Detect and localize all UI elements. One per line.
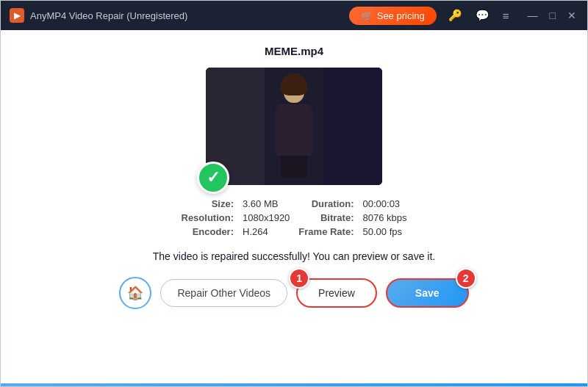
video-info: Size: 3.60 MB Duration: 00:00:03 Resolut… <box>182 198 407 237</box>
key-icon-button[interactable]: 🔑 <box>447 7 464 23</box>
video-bg-right <box>323 68 382 185</box>
app-window: ▶ AnyMP4 Video Repair (Unregistered) 🛒 S… <box>0 0 588 387</box>
see-pricing-label: See pricing <box>377 10 425 21</box>
title-bar-right: 🛒 See pricing 🔑 💬 ≡ — □ ✕ <box>349 7 578 25</box>
framerate-label: Frame Rate: <box>298 226 354 237</box>
title-bar: ▶ AnyMP4 Video Repair (Unregistered) 🛒 S… <box>1 1 587 30</box>
person-hair <box>281 73 307 95</box>
action-bar: 🏠 Repair Other Videos 1 Preview 2 Save <box>119 277 468 317</box>
resolution-label: Resolution: <box>182 212 234 223</box>
encoder-label: Encoder: <box>182 226 234 237</box>
app-icon: ▶ <box>10 8 24 23</box>
chat-icon-button[interactable]: 💬 <box>474 7 491 23</box>
person-head <box>284 79 304 103</box>
close-button[interactable]: ✕ <box>565 10 578 21</box>
minimize-button[interactable]: — <box>526 10 540 21</box>
home-button[interactable]: 🏠 <box>119 277 151 309</box>
see-pricing-button[interactable]: 🛒 See pricing <box>349 7 437 25</box>
cart-icon: 🛒 <box>361 10 373 21</box>
window-controls: — □ ✕ <box>526 10 578 21</box>
repair-other-button[interactable]: Repair Other Videos <box>160 279 287 307</box>
video-preview-container: ✓ <box>206 68 382 185</box>
save-btn-wrapper: 2 Save <box>386 278 469 308</box>
bitrate-value: 8076 kbps <box>362 212 406 223</box>
badge-2: 2 <box>456 268 476 289</box>
maximize-button[interactable]: □ <box>548 10 558 21</box>
success-message: The video is repaired successfully! You … <box>153 250 435 262</box>
title-bar-left: ▶ AnyMP4 Video Repair (Unregistered) <box>10 8 349 23</box>
bitrate-label: Bitrate: <box>298 212 354 223</box>
duration-label: Duration: <box>298 198 354 209</box>
bottom-accent-bar <box>1 383 587 386</box>
checkmark-badge: ✓ <box>197 162 229 194</box>
app-title: AnyMP4 Video Repair (Unregistered) <box>30 10 187 21</box>
badge-1: 1 <box>289 268 309 289</box>
resolution-value: 1080x1920 <box>243 212 290 223</box>
size-value: 3.60 MB <box>243 198 290 209</box>
person-body <box>276 104 312 156</box>
preview-btn-wrapper: 1 Preview <box>296 278 377 308</box>
size-label: Size: <box>182 198 234 209</box>
menu-icon-button[interactable]: ≡ <box>501 8 511 23</box>
video-thumbnail <box>206 68 382 185</box>
person-legs <box>281 156 307 178</box>
main-content: MEME.mp4 ✓ Size: <box>1 30 587 383</box>
video-filename: MEME.mp4 <box>265 45 323 57</box>
framerate-value: 50.00 fps <box>362 226 406 237</box>
video-frame <box>206 68 382 185</box>
duration-value: 00:00:03 <box>362 198 406 209</box>
person-silhouette <box>268 79 320 175</box>
encoder-value: H.264 <box>243 226 290 237</box>
